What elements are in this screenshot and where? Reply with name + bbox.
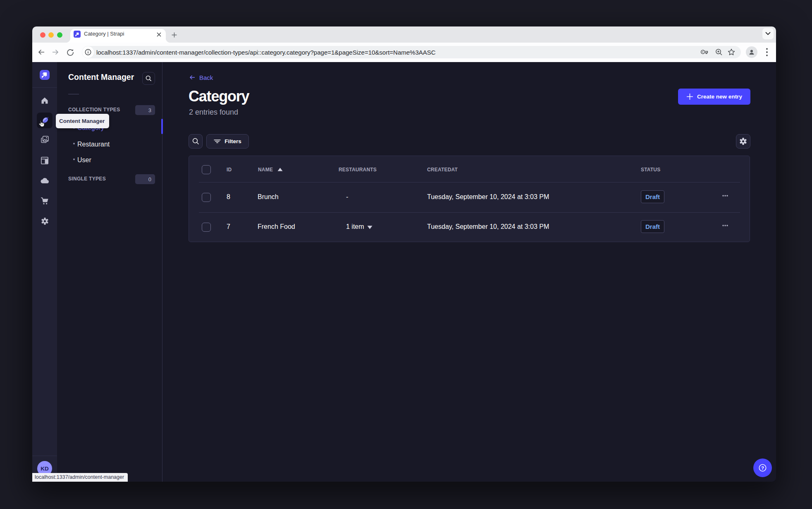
- svg-text:?: ?: [761, 466, 764, 471]
